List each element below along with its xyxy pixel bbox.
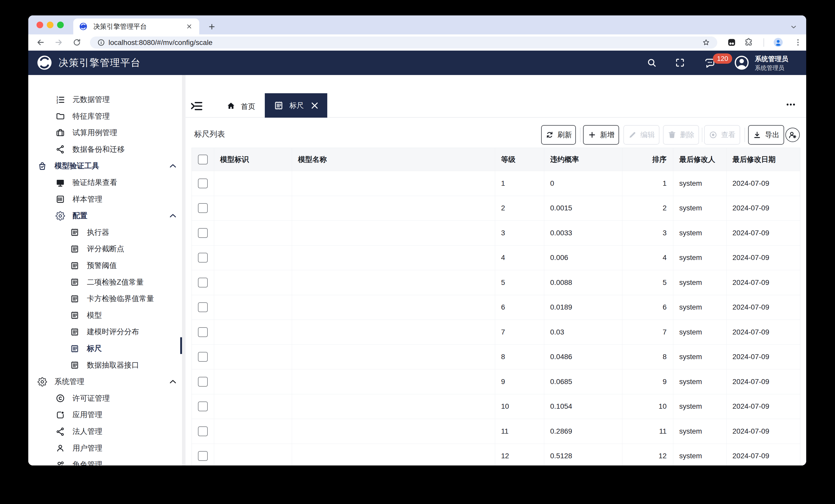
cell-level: 9 <box>495 370 544 394</box>
extensions-puzzle-icon[interactable] <box>744 38 754 47</box>
row-checkbox[interactable] <box>198 352 208 362</box>
sidebar-item[interactable]: 配置 <box>28 208 180 224</box>
address-bar[interactable]: localhost:8080/#/mv/config/scale <box>90 37 717 48</box>
row-checkbox[interactable] <box>198 327 208 337</box>
row-checkbox[interactable] <box>198 203 208 213</box>
table-row[interactable]: 101system2024-07-09 <box>192 171 800 196</box>
table-row[interactable]: 60.01896system2024-07-09 <box>192 295 800 320</box>
table-row[interactable]: 30.00333system2024-07-09 <box>192 220 800 246</box>
table-row[interactable]: 120.512812system2024-07-09 <box>192 444 800 466</box>
table-row[interactable]: 40.0064system2024-07-09 <box>192 246 800 271</box>
receipt-icon <box>70 277 79 287</box>
adblock-extension-icon[interactable] <box>727 37 737 47</box>
table-row[interactable]: 70.037system2024-07-09 <box>192 320 800 345</box>
url-text[interactable]: localhost:8080/#/mv/config/scale <box>108 37 212 48</box>
chevron-up-icon[interactable] <box>168 377 178 386</box>
sidebar-item[interactable]: 评分截断点 <box>28 241 180 257</box>
receipt-icon <box>70 311 79 320</box>
browser-window: 决策引擎管理平台 localhost:8080/#/mv/config/scal… <box>28 16 806 465</box>
sidebar-item[interactable]: 法人管理 <box>28 423 180 440</box>
sidebar-item[interactable]: 应用管理 <box>28 407 180 423</box>
site-info-icon[interactable] <box>97 39 105 46</box>
toolbar-divider <box>763 38 764 47</box>
new-tab-button[interactable] <box>208 23 216 31</box>
button-label: 刷新 <box>557 130 572 140</box>
sidebar-item[interactable]: 预警阈值 <box>28 257 180 274</box>
download-button[interactable]: 导出 <box>748 125 784 145</box>
cell-modified_date: 2024-07-09 <box>727 270 800 295</box>
user-avatar[interactable] <box>734 55 750 71</box>
list-ol-icon: 123 <box>56 95 65 105</box>
collapse-sidebar-icon[interactable] <box>190 100 203 113</box>
cell-default_prob: 0.0189 <box>544 295 623 320</box>
sidebar-item[interactable]: 验证结果查看 <box>28 174 180 191</box>
browser-menu-icon[interactable] <box>793 38 802 47</box>
browser-profile-avatar[interactable] <box>773 37 783 48</box>
table-row[interactable]: 80.04868system2024-07-09 <box>192 345 800 370</box>
sidebar-item[interactable]: 许可证管理 <box>28 390 180 407</box>
sidebar-item[interactable]: 123元数据管理 <box>28 91 180 108</box>
sidebar-item[interactable]: 角色管理 <box>28 457 180 465</box>
cell-modified_by: system <box>673 419 727 444</box>
table-row[interactable]: 50.00885system2024-07-09 <box>192 270 800 295</box>
table-row[interactable]: 20.00152system2024-07-09 <box>192 196 800 221</box>
row-checkbox[interactable] <box>198 178 208 188</box>
reload-button[interactable] <box>73 38 81 47</box>
search-icon[interactable] <box>647 58 657 68</box>
home-icon[interactable] <box>226 101 236 111</box>
tab-scale-active[interactable]: 标尺 <box>265 93 327 118</box>
sidebar-item[interactable]: 模型验证工具 <box>28 158 180 174</box>
select-all-checkbox[interactable] <box>198 155 208 164</box>
sidebar-item[interactable]: 二项检验Z值常量 <box>28 274 180 291</box>
tab-search-icon[interactable] <box>790 23 797 31</box>
row-checkbox[interactable] <box>198 401 208 411</box>
page-title: 标尺列表 <box>194 129 225 140</box>
row-checkbox[interactable] <box>198 278 208 288</box>
sidebar-scrollbar-track[interactable] <box>182 75 185 465</box>
minimize-window-button[interactable] <box>47 22 54 28</box>
table-header-row: 模型标识模型名称等级违约概率排序最后修改人最后修改日期 <box>192 148 800 171</box>
sidebar-item[interactable]: 数据抽取器接口 <box>28 357 180 374</box>
sidebar-item[interactable]: 数据备份和迁移 <box>28 141 180 158</box>
more-actions-icon[interactable] <box>785 99 797 110</box>
fullscreen-icon[interactable] <box>675 58 685 68</box>
button-label: 新增 <box>600 130 614 140</box>
refresh-button[interactable]: 刷新 <box>541 125 576 145</box>
sidebar-item[interactable]: 执行器 <box>28 224 180 241</box>
sidebar-item[interactable]: 特征库管理 <box>28 108 180 125</box>
column-settings-button[interactable] <box>786 128 800 142</box>
row-checkbox[interactable] <box>198 253 208 262</box>
sidebar-item[interactable]: 建模时评分分布 <box>28 324 180 340</box>
close-tab-icon[interactable] <box>309 101 320 111</box>
sidebar-item[interactable]: 卡方检验临界值常量 <box>28 291 180 307</box>
close-tab-icon[interactable] <box>186 23 192 30</box>
sidebar-item[interactable]: 标尺 <box>28 340 180 357</box>
browser-tab[interactable]: 决策引擎管理平台 <box>73 19 199 35</box>
sidebar-item[interactable]: 模型 <box>28 307 180 324</box>
cell-sort: 11 <box>623 419 673 444</box>
chevron-up-icon[interactable] <box>168 211 178 220</box>
chevron-up-icon[interactable] <box>168 161 178 171</box>
table-row[interactable]: 90.06859system2024-07-09 <box>192 370 800 394</box>
table-row[interactable]: 100.105410system2024-07-09 <box>192 394 800 419</box>
back-button[interactable] <box>36 38 45 47</box>
tab-home[interactable]: 首页 <box>241 102 255 111</box>
plus-button[interactable]: 新增 <box>583 125 619 145</box>
row-checkbox[interactable] <box>198 228 208 238</box>
sidebar-item-label: 许可证管理 <box>73 393 110 403</box>
maximize-window-button[interactable] <box>57 22 64 28</box>
sidebar-item[interactable]: 用户管理 <box>28 440 180 457</box>
row-checkbox[interactable] <box>198 451 208 461</box>
row-checkbox[interactable] <box>198 377 208 386</box>
row-checkbox[interactable] <box>198 302 208 312</box>
row-checkbox[interactable] <box>198 426 208 436</box>
cell-level: 12 <box>495 444 544 466</box>
close-window-button[interactable] <box>37 22 43 28</box>
bookmark-star-icon[interactable] <box>702 38 710 47</box>
cell-modified_date: 2024-07-09 <box>727 345 800 370</box>
sidebar-item[interactable]: 系统管理 <box>28 374 180 390</box>
sidebar-item[interactable]: 样本管理 <box>28 191 180 208</box>
sidebar-item[interactable]: 试算用例管理 <box>28 125 180 141</box>
table-row[interactable]: 110.286911system2024-07-09 <box>192 419 800 444</box>
folder-icon <box>56 111 65 121</box>
